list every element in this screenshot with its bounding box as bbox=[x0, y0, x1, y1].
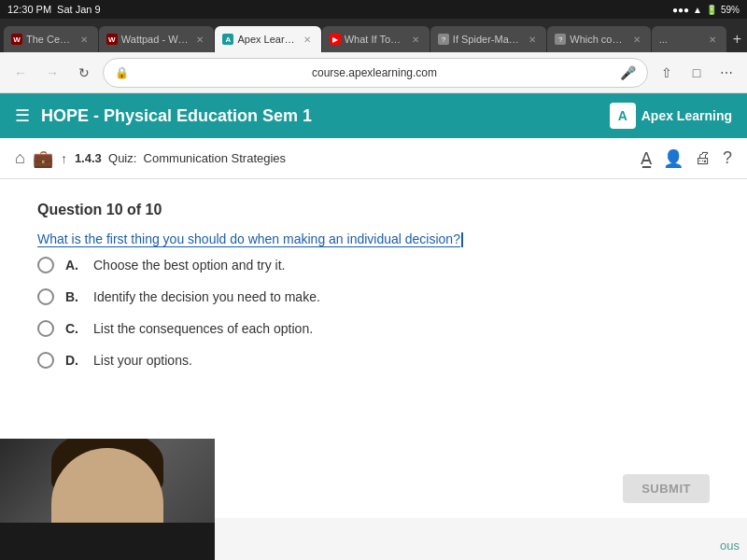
back-button[interactable]: ← bbox=[7, 60, 34, 86]
main-content: Question 10 of 10 What is the first thin… bbox=[0, 179, 747, 459]
address-bar[interactable]: 🔒 course.apexlearning.com 🎤 bbox=[103, 58, 648, 88]
tab-close-extra[interactable]: ✕ bbox=[706, 33, 719, 46]
wifi-icon: ▲ bbox=[693, 5, 702, 15]
reload-button[interactable]: ↻ bbox=[71, 60, 97, 86]
tab-close-whatif[interactable]: ✕ bbox=[409, 33, 422, 46]
nav-actions: ⇧ □ ⋯ bbox=[654, 60, 740, 86]
hamburger-icon[interactable]: ☰ bbox=[15, 105, 30, 126]
option-letter-d: D. bbox=[65, 353, 82, 368]
app-header-right: A Apex Learning bbox=[610, 103, 732, 129]
previous-label: ous bbox=[720, 539, 740, 553]
question-text: What is the first thing you should do wh… bbox=[37, 231, 460, 247]
tab-label-central: The Central bbox=[26, 34, 74, 45]
app-header: ☰ HOPE - Physical Education Sem 1 A Apex… bbox=[0, 93, 747, 138]
tab-label-apex: Apex Learning bbox=[237, 34, 296, 45]
mic-icon[interactable]: 🎤 bbox=[620, 65, 636, 80]
submit-button[interactable]: SUBMIT bbox=[623, 474, 710, 503]
tab-extra[interactable]: ... ✕ bbox=[652, 26, 726, 52]
question-number: Question 10 of 10 bbox=[37, 202, 710, 218]
tab-label-wattpad: Wattpad - Whe... bbox=[121, 34, 190, 45]
tab-favicon-spiderman: ? bbox=[438, 34, 449, 45]
apex-logo-text: Apex Learning bbox=[641, 108, 732, 123]
tab-label-which: Which conflict bbox=[570, 34, 626, 45]
url-text: course.apexlearning.com bbox=[134, 66, 614, 79]
options-list: A. Choose the best option and try it. B.… bbox=[37, 257, 710, 369]
option-letter-a: A. bbox=[65, 258, 82, 273]
sub-header-tools: A̲ 👤 🖨 ? bbox=[641, 148, 732, 169]
tab-label-whatif: What If Tobey | bbox=[345, 34, 405, 45]
tab-which[interactable]: ? Which conflict ✕ bbox=[547, 26, 650, 52]
tab-close-spiderman[interactable]: ✕ bbox=[526, 33, 539, 46]
tab-central[interactable]: W The Central ✕ bbox=[4, 26, 98, 52]
app-title: HOPE - Physical Education Sem 1 bbox=[41, 106, 312, 126]
sub-header: ⌂ 💼 ↑ 1.4.3 Quiz: Communication Strategi… bbox=[0, 138, 747, 179]
tab-bar: W The Central ✕ W Wattpad - Whe... ✕ A A… bbox=[0, 19, 747, 52]
status-time: 12:30 PM bbox=[7, 4, 51, 15]
forward-button[interactable]: → bbox=[39, 60, 65, 86]
lock-icon: 🔒 bbox=[115, 66, 129, 79]
tabs-button[interactable]: □ bbox=[684, 60, 710, 86]
tab-label-spiderman: If Spider-Man v... bbox=[453, 34, 522, 45]
breadcrumb-title: Communication Strategies bbox=[144, 151, 286, 165]
person-image bbox=[0, 439, 215, 560]
translate-icon[interactable]: A̲ bbox=[641, 148, 652, 169]
radio-d[interactable] bbox=[37, 352, 54, 369]
apex-logo-area: A Apex Learning bbox=[610, 103, 732, 129]
status-bar-left: 12:30 PM Sat Jan 9 bbox=[7, 4, 101, 15]
tab-apex[interactable]: A Apex Learning ✕ bbox=[215, 26, 320, 52]
text-cursor bbox=[461, 232, 463, 247]
tab-label-extra: ... bbox=[659, 34, 702, 45]
radio-b[interactable] bbox=[37, 288, 54, 305]
more-button[interactable]: ⋯ bbox=[713, 60, 740, 86]
radio-c[interactable] bbox=[37, 320, 54, 337]
option-text-b: Identify the decision you need to make. bbox=[93, 289, 320, 304]
tab-close-wattpad[interactable]: ✕ bbox=[193, 33, 206, 46]
signal-icon: ●●● bbox=[672, 5, 689, 15]
tab-spiderman[interactable]: ? If Spider-Man v... ✕ bbox=[430, 26, 546, 52]
briefcase-icon[interactable]: 💼 bbox=[33, 148, 53, 169]
battery-icon: 🔋 bbox=[706, 5, 717, 15]
radio-a[interactable] bbox=[37, 257, 54, 273]
status-bar: 12:30 PM Sat Jan 9 ●●● ▲ 🔋 59% bbox=[0, 0, 747, 19]
tab-favicon-central: W bbox=[11, 34, 22, 45]
help-icon[interactable]: ? bbox=[723, 148, 732, 168]
apex-logo-icon: A bbox=[610, 103, 636, 129]
tab-whatif[interactable]: ▶ What If Tobey | ✕ bbox=[322, 26, 430, 52]
breadcrumb-type: Quiz: bbox=[108, 151, 136, 165]
bottom-image bbox=[0, 439, 215, 560]
share-button[interactable]: ⇧ bbox=[654, 60, 680, 86]
question-text-area: What is the first thing you should do wh… bbox=[37, 230, 710, 249]
nav-bar: ← → ↻ 🔒 course.apexlearning.com 🎤 ⇧ □ ⋯ bbox=[0, 52, 747, 93]
app-header-left: ☰ HOPE - Physical Education Sem 1 bbox=[15, 105, 312, 126]
option-letter-b: B. bbox=[65, 289, 82, 304]
breadcrumb-section-num: 1.4.3 bbox=[75, 151, 102, 165]
option-text-c: List the consequences of each option. bbox=[93, 321, 313, 336]
browser-chrome: 12:30 PM Sat Jan 9 ●●● ▲ 🔋 59% W The Cen… bbox=[0, 0, 747, 93]
option-a[interactable]: A. Choose the best option and try it. bbox=[37, 257, 710, 273]
print-icon[interactable]: 🖨 bbox=[695, 148, 712, 168]
breadcrumb-arrow: ↑ bbox=[61, 151, 67, 166]
tab-close-central[interactable]: ✕ bbox=[78, 33, 91, 46]
status-bar-right: ●●● ▲ 🔋 59% bbox=[672, 5, 740, 15]
tab-close-which[interactable]: ✕ bbox=[630, 33, 643, 46]
home-icon[interactable]: ⌂ bbox=[15, 148, 25, 168]
previous-button-area[interactable]: ous bbox=[712, 535, 747, 556]
tab-favicon-which: ? bbox=[555, 34, 566, 45]
option-d[interactable]: D. List your options. bbox=[37, 352, 710, 369]
tab-wattpad[interactable]: W Wattpad - Whe... ✕ bbox=[99, 26, 215, 52]
new-tab-button[interactable]: + bbox=[727, 26, 747, 52]
tab-favicon-wattpad: W bbox=[106, 34, 118, 45]
battery-level: 59% bbox=[721, 5, 740, 15]
tab-close-apex[interactable]: ✕ bbox=[301, 33, 314, 46]
breadcrumb-area: ⌂ 💼 ↑ 1.4.3 Quiz: Communication Strategi… bbox=[15, 148, 286, 169]
option-c[interactable]: C. List the consequences of each option. bbox=[37, 320, 710, 337]
dark-overlay bbox=[0, 523, 215, 560]
profile-icon[interactable]: 👤 bbox=[663, 148, 684, 169]
option-letter-c: C. bbox=[65, 321, 82, 336]
status-date: Sat Jan 9 bbox=[57, 4, 100, 15]
breadcrumb-section: 1.4.3 Quiz: Communication Strategies bbox=[75, 151, 286, 165]
option-text-d: List your options. bbox=[93, 353, 192, 368]
tab-favicon-apex: A bbox=[222, 34, 233, 45]
tab-favicon-whatif: ▶ bbox=[330, 34, 341, 45]
option-b[interactable]: B. Identify the decision you need to mak… bbox=[37, 288, 710, 305]
